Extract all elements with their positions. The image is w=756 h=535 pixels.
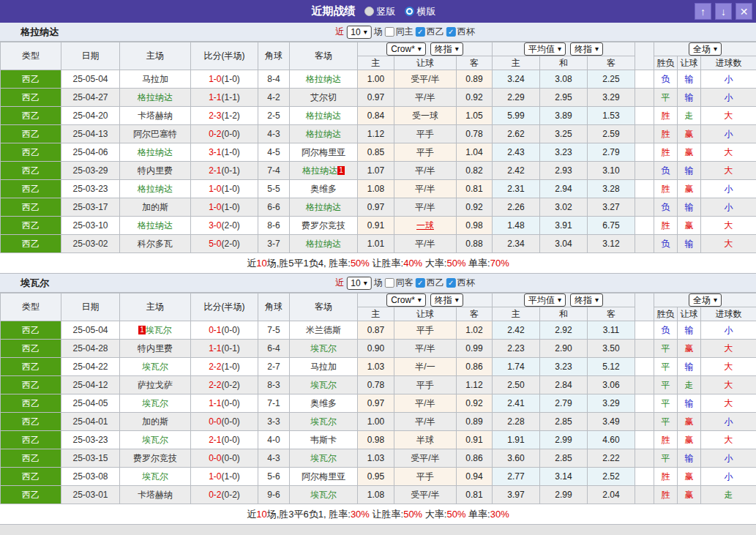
team-name-link[interactable]: 阿尔巴塞特 [133, 129, 177, 139]
match-count-select[interactable]: 10 [346, 26, 371, 39]
same-venue-checkbox[interactable]: 同主 [385, 26, 413, 38]
date-cell: 25-03-23 [61, 431, 120, 449]
team-name-link[interactable]: 米兰德斯 [306, 325, 341, 335]
team-name-link[interactable]: 埃瓦尔 [142, 362, 168, 372]
team-name-link[interactable]: 格拉纳达 [306, 202, 341, 212]
match-row: 西乙25-03-29特内里费2-1(0-1)7-4格拉纳达11.07平/半0.8… [1, 162, 756, 180]
avg-away-odds-cell: 6.75 [588, 217, 635, 235]
halftime-score: (1-0) [222, 471, 240, 482]
team-name-link[interactable]: 格拉纳达 [306, 111, 341, 121]
cup-checkbox[interactable]: 西杯 [446, 277, 475, 289]
match-count-select[interactable]: 10 [346, 277, 371, 290]
team-name-link[interactable]: 埃瓦尔 [310, 416, 337, 427]
average-select[interactable]: 平均值 [524, 42, 566, 56]
league-checkbox[interactable]: 西乙 [416, 26, 444, 38]
team-name-link[interactable]: 奥维多 [310, 398, 337, 408]
final-index-select[interactable]: 终指 [430, 293, 463, 307]
summary-text: 让胜率: [370, 509, 403, 520]
team-name-link[interactable]: 加的斯 [142, 416, 168, 427]
handicap-line-cell: 受平/半 [394, 486, 457, 504]
team-name-link[interactable]: 卡塔赫纳 [138, 490, 173, 500]
crow-company-select[interactable]: Crow* [386, 42, 426, 56]
team-name-link[interactable]: 格拉纳达 [138, 184, 173, 194]
team-name-link[interactable]: 埃瓦尔 [310, 453, 337, 463]
team-name-link[interactable]: 埃瓦尔 [310, 343, 337, 353]
layout-vertical-option[interactable]: 竖版 [364, 5, 396, 18]
team-name-link[interactable]: 埃瓦尔 [142, 471, 168, 482]
league-cell: 西乙 [1, 340, 61, 358]
team-section-granada: 格拉纳达 近 10 场 同主 西乙 西杯 [0, 23, 756, 274]
team-name-link[interactable]: 费罗尔竞技 [302, 220, 345, 231]
team-name-link[interactable]: 格拉纳达 [306, 74, 341, 84]
crow-company-select[interactable]: Crow* [386, 293, 426, 307]
team-name-link[interactable]: 格拉纳达 [306, 239, 341, 249]
final-index-select[interactable]: 终指 [570, 293, 603, 307]
summary-text: 近 [247, 258, 256, 269]
date-cell: 25-04-22 [61, 358, 120, 376]
team-name-link[interactable]: 埃瓦尔 [310, 490, 337, 500]
team-name[interactable]: 埃瓦尔 [20, 277, 49, 290]
checkbox-icon[interactable] [416, 278, 425, 288]
match-row: 西乙25-04-01加的斯0-0(0-0)3-3埃瓦尔1.00平/半0.892.… [1, 413, 756, 431]
radio-horizontal-icon[interactable] [405, 7, 414, 16]
date-cell: 25-04-28 [61, 340, 120, 358]
layout-horizontal-option[interactable]: 横版 [405, 5, 436, 18]
team-name-link[interactable]: 加的斯 [142, 202, 168, 212]
checkbox-icon[interactable] [416, 27, 425, 37]
team-name-link[interactable]: 阿尔梅里亚 [302, 147, 345, 157]
checkbox-icon[interactable] [385, 27, 394, 37]
team-name-link[interactable]: 特内里费 [138, 343, 173, 353]
team-name-link[interactable]: 埃瓦尔 [142, 398, 168, 408]
full-match-select[interactable]: 全场 [689, 42, 722, 56]
team-name-link[interactable]: 阿尔梅里亚 [302, 471, 345, 482]
average-select[interactable]: 平均值 [524, 293, 566, 307]
league-checkbox[interactable]: 西乙 [416, 277, 444, 289]
team-name-link[interactable]: 特内里费 [138, 165, 173, 176]
team-name-link[interactable]: 埃瓦尔 [146, 325, 172, 335]
date-cell: 25-04-20 [61, 107, 120, 125]
halftime-score: (1-0) [222, 74, 240, 84]
team-name[interactable]: 格拉纳达 [20, 26, 59, 39]
spacer-cell [635, 358, 654, 376]
team-name-link[interactable]: 费罗尔竞技 [133, 453, 177, 463]
result-goals-cell: 大 [701, 143, 756, 162]
full-match-select[interactable]: 全场 [689, 293, 722, 307]
team-name-link[interactable]: 埃瓦尔 [310, 380, 337, 390]
team-name-link[interactable]: 格拉纳达 [138, 220, 173, 231]
team-name-link[interactable]: 萨拉戈萨 [138, 380, 173, 390]
fulltime-score: 3-0 [209, 220, 221, 231]
team-name-link[interactable]: 马拉加 [142, 74, 168, 84]
team-name-link[interactable]: 格拉纳达 [138, 92, 173, 102]
final-index-select[interactable]: 终指 [570, 42, 603, 56]
move-down-button[interactable]: ↓ [715, 3, 732, 20]
checkbox-icon[interactable] [385, 278, 394, 288]
checkbox-icon[interactable] [446, 27, 456, 37]
team-name-link[interactable]: 韦斯卡 [310, 435, 337, 445]
corner-cell: 4-3 [258, 449, 290, 468]
team-name-link[interactable]: 马拉加 [310, 362, 337, 372]
final-index-select[interactable]: 终指 [430, 42, 463, 56]
team-name-link[interactable]: 格拉纳达 [138, 147, 173, 157]
team-name-link[interactable]: 卡塔赫纳 [138, 111, 173, 121]
radio-vertical-icon[interactable] [364, 7, 374, 16]
same-venue-checkbox[interactable]: 同客 [385, 277, 413, 289]
team-name-link[interactable]: 艾尔切 [310, 92, 337, 102]
matches-label: 场 [374, 277, 383, 289]
cup-checkbox[interactable]: 西杯 [446, 26, 475, 38]
fulltime-score: 2-2 [209, 380, 221, 390]
team-name-link[interactable]: 奥维多 [310, 184, 337, 194]
team-name-link[interactable]: 格拉纳达 [302, 165, 337, 176]
col-away: 客场 [290, 42, 358, 70]
team-name-link[interactable]: 科尔多瓦 [138, 239, 173, 249]
handicap-line-cell: 平手 [394, 321, 457, 340]
summary-line: 近10场,胜3平6负1, 胜率:30% 让胜率:50% 大率:50% 单率:30… [0, 504, 756, 525]
team-name-link[interactable]: 格拉纳达 [306, 129, 341, 139]
crow-home-odds-cell: 0.78 [358, 376, 394, 394]
move-up-button[interactable]: ↑ [695, 3, 711, 20]
team-name-link[interactable]: 埃瓦尔 [142, 435, 168, 445]
home-team-cell: 埃瓦尔 [120, 394, 191, 413]
checkbox-icon[interactable] [446, 278, 456, 288]
match-row: 西乙25-04-28特内里费1-1(0-1)6-4埃瓦尔0.90平/半0.992… [1, 340, 756, 358]
col-result-handicap: 让球 [678, 307, 701, 321]
close-button[interactable]: ✕ [736, 3, 752, 20]
